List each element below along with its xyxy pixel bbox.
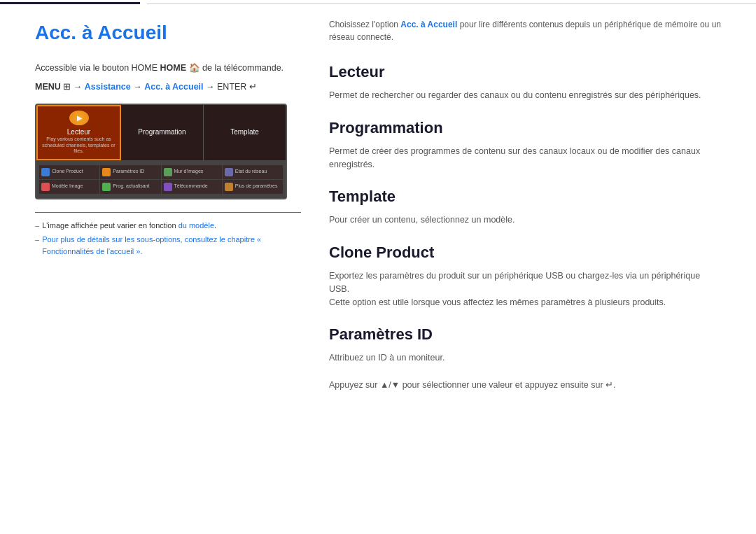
section-text-template: Pour créer un contenu, sélectionnez un m… [329, 213, 721, 227]
page-title: Acc. à Accueil [35, 18, 301, 48]
section-text-parametres-id-2: Appuyez sur ▲/▼ pour sélectionner une va… [329, 379, 721, 392]
top-line-left [0, 2, 140, 4]
tv-lecteur-label: Lecteur [67, 128, 90, 136]
tv-screen-mockup: Lecteur Play various contents such as sc… [35, 104, 287, 199]
tv-grid-item[interactable]: Modèle Image [39, 180, 99, 194]
tv-template-label: Template [230, 128, 259, 136]
tv-grid-item[interactable]: Prog. actualisant [100, 180, 160, 194]
page-container: Acc. à Accueil Accessible via le bouton … [0, 0, 756, 406]
tv-grid-icon-clone [41, 168, 50, 176]
section-heading-template: Template [329, 185, 721, 208]
tv-grid-icon-modele [41, 183, 50, 191]
tv-grid-icon-prog [102, 183, 111, 191]
section-heading-programmation: Programmation [329, 116, 721, 139]
tv-menu-item-template[interactable]: Template [204, 105, 286, 160]
section-heading-parametres-id: Paramètres ID [329, 323, 721, 346]
tv-menu-item-lecteur[interactable]: Lecteur Play various contents such as sc… [36, 105, 121, 160]
section-text-programmation: Permet de créer des programmes de conten… [329, 145, 721, 171]
tv-grid-icon-reseau [225, 168, 233, 176]
menu-path: MENU ⊞ → Assistance → Acc. à Accueil → E… [35, 80, 301, 94]
tv-programmation-label: Programmation [138, 128, 186, 136]
note-1: L'image affichée peut varier en fonction… [35, 220, 301, 232]
tv-grid-item[interactable]: Télécommande [162, 180, 222, 194]
tv-lecteur-sublabel: Play various contents such as scheduled … [42, 136, 115, 154]
section-text-parametres-id-1: Attribuez un ID à un moniteur. [329, 351, 721, 365]
tv-grid-item[interactable]: Etat du réseau [223, 165, 283, 179]
section-heading-clone-product: Clone Product [329, 241, 721, 264]
play-icon [69, 111, 89, 126]
tv-grid-item[interactable]: Mur d'images [162, 165, 222, 179]
tv-grid-item[interactable]: Paramètres ID [100, 165, 160, 179]
tv-grid-item[interactable]: Clone Product [39, 165, 99, 179]
tv-grid-icon-mur [164, 168, 172, 176]
section-text-lecteur: Permet de rechercher ou regarder des can… [329, 89, 721, 102]
top-line-right [147, 3, 756, 4]
tv-bottom-grid: Clone Product Paramètres ID Mur d'images… [36, 161, 286, 198]
tv-grid-icon-telecommande [164, 183, 172, 191]
section-heading-lecteur: Lecteur [329, 60, 721, 83]
left-column: Acc. à Accueil Accessible via le bouton … [35, 18, 301, 406]
accessible-text: Accessible via le bouton HOME HOME 🏠 de … [35, 62, 301, 75]
notes-section: L'image affichée peut varier en fonction… [35, 212, 301, 258]
tv-grid-icon-plus [225, 183, 233, 191]
note-2: Pour plus de détails sur les sous-option… [35, 234, 301, 257]
right-column: Choisissez l'option Acc. à Accueil pour … [329, 18, 721, 406]
intro-text: Choisissez l'option Acc. à Accueil pour … [329, 18, 721, 43]
tv-grid-icon-parametres [102, 168, 111, 176]
tv-grid-item[interactable]: Plus de paramètres [223, 180, 283, 194]
content-wrapper: Acc. à Accueil Accessible via le bouton … [0, 18, 756, 406]
section-text-clone-product: Exportez les paramètres du produit sur u… [329, 269, 721, 309]
tv-menu-row: Lecteur Play various contents such as sc… [36, 105, 286, 161]
tv-menu-item-programmation[interactable]: Programmation [121, 105, 204, 160]
top-decorative-lines [0, 0, 756, 4]
